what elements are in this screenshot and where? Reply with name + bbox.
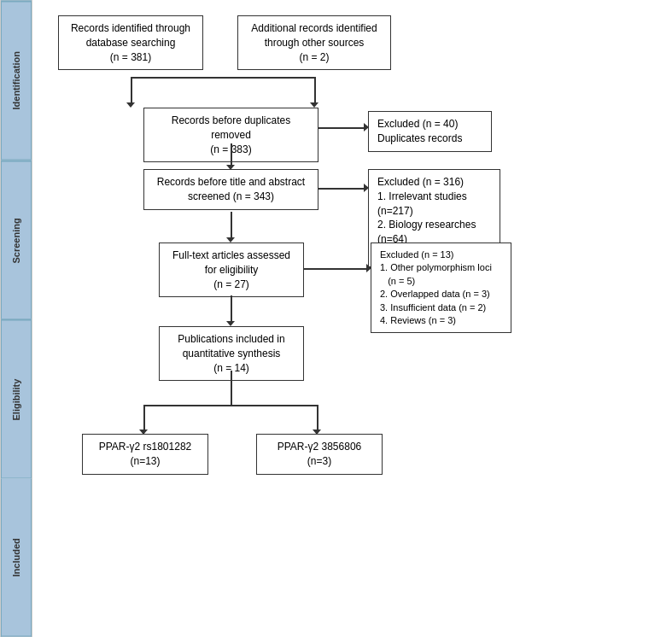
- arrow-after-fulltext: [231, 295, 232, 321]
- arrow-pub-down: [231, 371, 232, 405]
- stage-identification: Identification: [1, 1, 32, 161]
- excluded-full-box: Excluded (n = 13)1. Other polymorphism l…: [371, 243, 511, 333]
- ppar2-box: PPAR-γ2 3856806(n=3): [256, 434, 383, 475]
- excluded-full-text: Excluded (n = 13)1. Other polymorphism l…: [380, 249, 492, 325]
- full-text-box: Full-text articles assessedfor eligibili…: [159, 243, 304, 297]
- stage-screening: Screening: [1, 161, 32, 320]
- ppar2-text: PPAR-γ2 3856806(n=3): [278, 441, 362, 467]
- db-search-box: Records identified through database sear…: [58, 15, 203, 70]
- before-screened-text: Records before title and abstractscreene…: [157, 176, 305, 202]
- other-sources-text: Additional records identified through ot…: [251, 22, 377, 63]
- h-split-line: [143, 405, 318, 406]
- prisma-diagram: Identification Screening Eligibility Inc…: [0, 0, 672, 637]
- stage-sidebar: Identification Screening Eligibility Inc…: [0, 0, 32, 637]
- excluded-duplicates-text: Excluded (n = 40)Duplicates records: [377, 118, 462, 144]
- arrow-after-dup: [231, 143, 232, 165]
- stage-eligibility: Eligibility: [1, 319, 32, 479]
- arrow-other-down: [314, 77, 316, 102]
- publications-text: Publications included inquantitative syn…: [178, 333, 284, 374]
- db-search-text: Records identified through database sear…: [71, 22, 190, 63]
- arrow-after-screen: [231, 212, 232, 237]
- arrow-ppar1-down: [143, 405, 145, 430]
- other-sources-box: Additional records identified through ot…: [237, 15, 391, 70]
- arrow-to-excluded-screen: [318, 188, 365, 190]
- before-screened-box: Records before title and abstractscreene…: [143, 169, 318, 210]
- excluded-duplicates-box: Excluded (n = 40)Duplicates records: [368, 111, 492, 152]
- arrow-db-down: [131, 77, 132, 102]
- arrow-to-excluded-full: [304, 268, 368, 270]
- arrow-ppar2-down: [317, 405, 318, 430]
- arrow-to-excluded-dup: [318, 127, 365, 129]
- ppar1-box: PPAR-γ2 rs1801282(n=13): [82, 434, 208, 475]
- full-text-text: Full-text articles assessedfor eligibili…: [172, 249, 290, 290]
- h-connector-top: [131, 77, 315, 79]
- flow-diagram: Records identified through database sear…: [32, 0, 672, 637]
- ppar1-text: PPAR-γ2 rs1801282(n=13): [99, 441, 192, 467]
- arrowhead-db-down: [126, 102, 135, 108]
- stage-included: Included: [1, 479, 32, 637]
